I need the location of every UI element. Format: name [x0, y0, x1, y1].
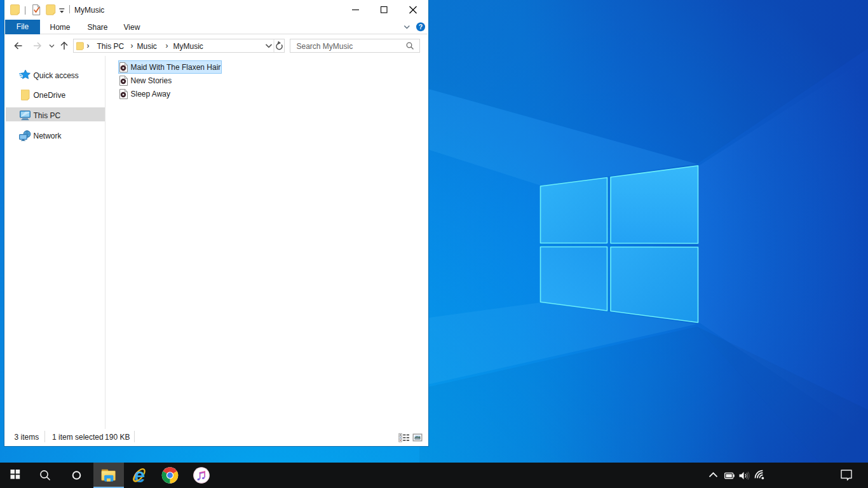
svg-text:e: e [134, 464, 145, 487]
svg-text:?: ? [418, 23, 422, 30]
